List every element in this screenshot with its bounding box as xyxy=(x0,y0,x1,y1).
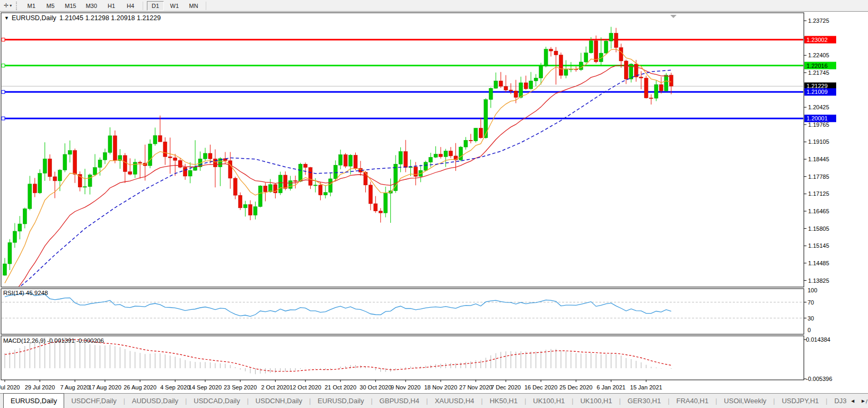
candle-body xyxy=(204,153,207,159)
tab-gbpusd-h4[interactable]: GBPUSD,H4 xyxy=(373,394,426,408)
candle-body xyxy=(479,128,483,137)
tab-usdcnh-daily[interactable]: USDCNH,Daily xyxy=(249,394,309,408)
candle-body xyxy=(233,178,237,195)
candle-body xyxy=(544,49,548,66)
tab-usdcad-daily[interactable]: USDCAD,Daily xyxy=(187,394,247,408)
candle-body xyxy=(504,86,508,90)
candle-body xyxy=(194,167,197,170)
tab-scroll-left-icon[interactable]: ◄ xyxy=(850,398,855,404)
candle-body xyxy=(459,147,462,160)
price-tick-label: 1.21745 xyxy=(808,70,829,76)
tab-ger30-h1[interactable]: GER30,H1 xyxy=(621,394,668,408)
candle-body xyxy=(43,159,47,173)
timeframe-button-w1[interactable]: W1 xyxy=(166,1,183,11)
candle-body xyxy=(474,128,478,141)
macd-panel-border[interactable] xyxy=(1,336,804,380)
rsi-label: RSI(14) 45.9248 xyxy=(3,290,48,296)
tab-scroll-right-icon[interactable]: ► xyxy=(861,398,866,404)
date-label: 12 Oct 2020 xyxy=(290,384,321,390)
tab-uk100-h1[interactable]: UK100,H1 xyxy=(573,394,619,408)
date-axis[interactable]: 20 Jul 202029 Jul 20207 Aug 202017 Aug 2… xyxy=(0,380,662,390)
tab-audusd-daily[interactable]: AUDUSD,Daily xyxy=(125,394,185,408)
candle-body xyxy=(243,204,247,207)
timeframe-button-d1[interactable]: D1 xyxy=(147,1,164,11)
candle-body xyxy=(113,136,117,161)
candle-body xyxy=(73,151,77,175)
candle-body xyxy=(354,155,357,168)
candle-body xyxy=(579,62,583,70)
chart-area[interactable]: 1.237251.230651.224051.217451.210851.204… xyxy=(0,12,868,393)
candle-body xyxy=(444,151,448,157)
candle-body xyxy=(509,90,513,91)
candle-body xyxy=(208,153,212,159)
candle-body xyxy=(278,175,282,193)
candle-body xyxy=(294,180,297,181)
timeframe-button-h4[interactable]: H4 xyxy=(122,1,139,11)
candle-body xyxy=(288,180,292,188)
hline-handle-1.23002[interactable] xyxy=(2,38,5,41)
trading-terminal-window: ✛ ▾ M1 M5 M15 M30 H1 H4 D1 W1 MN xyxy=(0,0,868,408)
date-label: 7 Aug 2020 xyxy=(60,384,90,390)
candle-body xyxy=(439,154,443,157)
candle-body xyxy=(258,186,262,206)
timeframe-button-m1[interactable]: M1 xyxy=(23,1,40,11)
tab-eurusd-daily[interactable]: EURUSD,Daily xyxy=(3,393,64,408)
candle-body xyxy=(619,48,623,61)
tab-xauusd-h4[interactable]: XAUUSD,H4 xyxy=(428,394,481,408)
tab-usdchf-daily[interactable]: USDCHF,Daily xyxy=(64,394,123,408)
candle-body xyxy=(98,160,102,167)
candle-body xyxy=(183,167,187,176)
candle-body xyxy=(549,49,553,51)
date-label: 29 Jul 2020 xyxy=(25,384,55,390)
tab-hk50-h1[interactable]: HK50,H1 xyxy=(483,394,524,408)
candle-body xyxy=(128,172,132,175)
candle-body xyxy=(88,175,92,187)
hline-handle-1.20001[interactable] xyxy=(2,117,5,120)
hline-handle-1.21009[interactable] xyxy=(2,90,5,93)
candle-body xyxy=(639,77,643,78)
candle-body xyxy=(384,193,388,213)
candle-body xyxy=(13,231,16,242)
candle-body xyxy=(8,242,12,264)
date-label: 26 Aug 2020 xyxy=(124,384,156,390)
candle-body xyxy=(379,211,382,213)
candle-body xyxy=(48,159,52,177)
price-axis[interactable]: 1.237251.230651.224051.217451.210851.204… xyxy=(804,18,829,284)
timeframe-button-m5[interactable]: M5 xyxy=(42,1,59,11)
candle-body xyxy=(264,186,267,192)
candle-body xyxy=(163,142,167,157)
tab-uk100-h1[interactable]: UK100,H1 xyxy=(526,394,572,408)
price-tick-label: 1.16465 xyxy=(808,208,829,214)
timeframe-button-h1[interactable]: H1 xyxy=(103,1,120,11)
chart-canvas[interactable]: 1.237251.230651.224051.217451.210851.204… xyxy=(0,12,868,393)
candle-body xyxy=(148,144,152,166)
chart-collapse-caret-icon[interactable]: ▼ xyxy=(4,15,9,21)
candle-body xyxy=(484,100,488,138)
candle-body xyxy=(63,154,67,170)
toolbar-grip[interactable] xyxy=(16,2,19,10)
tab-usdjpy-h1[interactable]: USDJPY,H1 xyxy=(775,394,826,408)
candle-body xyxy=(659,84,663,91)
date-label: 25 Dec 2020 xyxy=(559,384,592,390)
macd-tick-label: -0.005396 xyxy=(806,376,832,382)
timeframe-button-m15[interactable]: M15 xyxy=(61,1,80,11)
chevron-down-icon[interactable]: ▾ xyxy=(10,3,12,8)
tab-fra40-h1[interactable]: FRA40,H1 xyxy=(670,394,716,408)
tab-usoil-weekly[interactable]: USOil,Weekly xyxy=(717,394,773,408)
hline-handle-1.22016[interactable] xyxy=(2,64,5,67)
timeframe-button-mn[interactable]: MN xyxy=(185,1,202,11)
tab-eurusd-daily[interactable]: EURUSD,Daily xyxy=(311,394,371,408)
date-label: 15 Jan 2021 xyxy=(630,384,662,390)
candle-body xyxy=(28,184,32,209)
date-label: 21 Oct 2020 xyxy=(325,384,356,390)
tab-scroll-arrows: ◄ ► xyxy=(847,394,866,408)
top-toolbar: ✛ ▾ M1 M5 M15 M30 H1 H4 D1 W1 MN xyxy=(0,0,868,12)
price-badge-label: 1.22016 xyxy=(806,63,828,69)
crosshair-tool-button[interactable]: ✛ ▾ xyxy=(2,1,13,11)
date-label: 30 Oct 2020 xyxy=(360,384,391,390)
candle-body xyxy=(33,184,37,193)
rsi-panel-border[interactable] xyxy=(1,289,804,334)
symbol-tab-bar: EURUSD,DailyUSDCHF,Daily|AUDUSD,Daily|US… xyxy=(0,393,868,408)
timeframe-button-m30[interactable]: M30 xyxy=(82,1,101,11)
price-badge-label: 1.20001 xyxy=(806,115,828,121)
